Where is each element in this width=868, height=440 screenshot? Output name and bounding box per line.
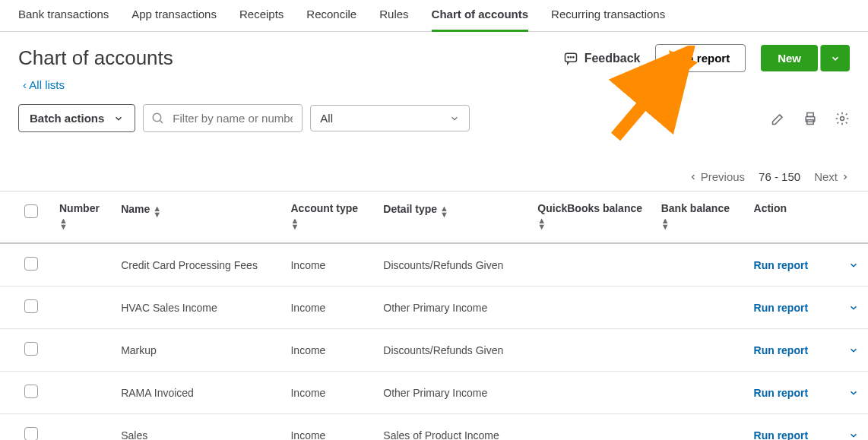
cell-account-type: Income: [281, 243, 374, 286]
cell-detail-type: Discounts/Refunds Given: [374, 329, 528, 372]
tab-rules[interactable]: Rules: [379, 0, 408, 31]
row-run-report-link[interactable]: Run report: [754, 387, 809, 399]
cell-detail-type: Discounts/Refunds Given: [374, 243, 528, 286]
chevron-right-icon: [841, 173, 850, 182]
search-input[interactable]: [171, 111, 294, 125]
cell-detail-type: Other Primary Income: [374, 372, 528, 414]
tab-recurring-transactions[interactable]: Recurring transactions: [551, 0, 665, 31]
batch-label: Batch actions: [30, 112, 104, 125]
row-action-dropdown[interactable]: [848, 430, 859, 441]
row-checkbox[interactable]: [24, 385, 38, 398]
page-title: Chart of accounts: [18, 46, 173, 70]
col-header-qb-balance[interactable]: QuickBooks balance▲▼: [528, 192, 651, 244]
cell-number: [50, 329, 112, 372]
cell-detail-type: Sales of Product Income: [374, 414, 528, 441]
search-icon: [151, 112, 165, 125]
type-filter-value: All: [320, 112, 333, 125]
cell-name[interactable]: Sales: [112, 414, 281, 441]
pagination-range: 76 - 150: [759, 170, 800, 183]
cell-bank-balance: [652, 372, 745, 414]
cell-name[interactable]: Markup: [112, 329, 281, 372]
pagination-previous[interactable]: Previous: [689, 170, 745, 183]
cell-bank-balance: [652, 329, 745, 372]
tab-receipts[interactable]: Receipts: [239, 0, 284, 31]
feedback-link[interactable]: Feedback: [563, 51, 641, 66]
cell-name[interactable]: Credit Card Processing Fees: [112, 243, 281, 286]
table-row: Credit Card Processing Fees Income Disco…: [0, 243, 868, 286]
col-header-name[interactable]: Name ▲▼: [112, 192, 281, 244]
cell-bank-balance: [652, 286, 745, 329]
chevron-left-icon: [689, 173, 698, 182]
cell-number: [50, 286, 112, 329]
cell-number: [50, 414, 112, 441]
row-checkbox[interactable]: [24, 427, 38, 440]
tab-chart-of-accounts[interactable]: Chart of accounts: [432, 0, 529, 31]
row-run-report-link[interactable]: Run report: [754, 302, 809, 314]
cell-name[interactable]: RAMA Invoiced: [112, 372, 281, 414]
accounts-table: Number▲▼ Name ▲▼ Account type▲▼ Detail t…: [0, 191, 868, 440]
type-filter-select[interactable]: All: [310, 105, 470, 131]
top-nav: Bank transactions App transactions Recei…: [0, 0, 868, 32]
cell-number: [50, 243, 112, 286]
svg-point-9: [841, 116, 844, 120]
svg-point-1: [568, 56, 569, 57]
svg-rect-7: [807, 112, 813, 116]
tab-app-transactions[interactable]: App transactions: [131, 0, 217, 31]
filter-row: Batch actions All: [0, 104, 868, 132]
col-header-action: Action: [745, 192, 868, 244]
cell-number: [50, 372, 112, 414]
cell-account-type: Income: [281, 414, 374, 441]
row-run-report-link[interactable]: Run report: [754, 429, 809, 441]
pagination: Previous 76 - 150 Next: [0, 132, 868, 191]
cell-qb-balance: [528, 286, 651, 329]
svg-point-4: [154, 113, 162, 122]
run-report-button[interactable]: Run report: [655, 44, 746, 72]
table-row: Sales Income Sales of Product Income Run…: [0, 414, 868, 441]
cell-bank-balance: [652, 414, 745, 441]
new-button[interactable]: New: [761, 45, 818, 71]
search-input-wrap[interactable]: [143, 104, 303, 132]
gear-icon[interactable]: [835, 111, 850, 126]
back-all-lists-link[interactable]: ‹ All lists: [23, 78, 65, 91]
col-header-account-type[interactable]: Account type▲▼: [281, 192, 374, 244]
cell-account-type: Income: [281, 372, 374, 414]
batch-actions-button[interactable]: Batch actions: [18, 104, 135, 132]
feedback-label: Feedback: [584, 52, 641, 65]
col-header-number[interactable]: Number▲▼: [50, 192, 112, 244]
row-checkbox[interactable]: [24, 342, 38, 356]
cell-qb-balance: [528, 414, 651, 441]
row-action-dropdown[interactable]: [848, 260, 859, 271]
pagination-next[interactable]: Next: [814, 170, 850, 183]
row-action-dropdown[interactable]: [848, 345, 859, 356]
cell-name[interactable]: HVAC Sales Income: [112, 286, 281, 329]
select-all-checkbox[interactable]: [24, 204, 38, 218]
col-header-detail-type[interactable]: Detail type ▲▼: [374, 192, 528, 244]
cell-bank-balance: [652, 243, 745, 286]
chevron-left-icon: ‹: [23, 78, 27, 91]
row-run-report-link[interactable]: Run report: [754, 344, 809, 356]
table-row: Markup Income Discounts/Refunds Given Ru…: [0, 329, 868, 372]
chevron-down-icon: [830, 53, 841, 64]
col-header-bank-balance[interactable]: Bank balance▲▼: [652, 192, 745, 244]
back-link-label: All lists: [29, 78, 65, 91]
chevron-down-icon: [449, 113, 460, 124]
edit-icon[interactable]: [771, 111, 786, 126]
print-icon[interactable]: [803, 111, 818, 126]
cell-qb-balance: [528, 372, 651, 414]
tab-bank-transactions[interactable]: Bank transactions: [18, 0, 109, 31]
svg-line-5: [160, 120, 163, 123]
new-dropdown-button[interactable]: [820, 45, 850, 71]
chat-icon: [563, 51, 578, 66]
row-checkbox[interactable]: [24, 299, 38, 313]
row-checkbox[interactable]: [24, 257, 38, 271]
tab-reconcile[interactable]: Reconcile: [306, 0, 356, 31]
table-row: RAMA Invoiced Income Other Primary Incom…: [0, 372, 868, 414]
svg-point-2: [570, 56, 571, 57]
row-run-report-link[interactable]: Run report: [754, 259, 809, 271]
cell-qb-balance: [528, 329, 651, 372]
cell-account-type: Income: [281, 286, 374, 329]
row-action-dropdown[interactable]: [848, 302, 859, 313]
cell-detail-type: Other Primary Income: [374, 286, 528, 329]
row-action-dropdown[interactable]: [848, 388, 859, 398]
svg-point-3: [572, 56, 573, 57]
